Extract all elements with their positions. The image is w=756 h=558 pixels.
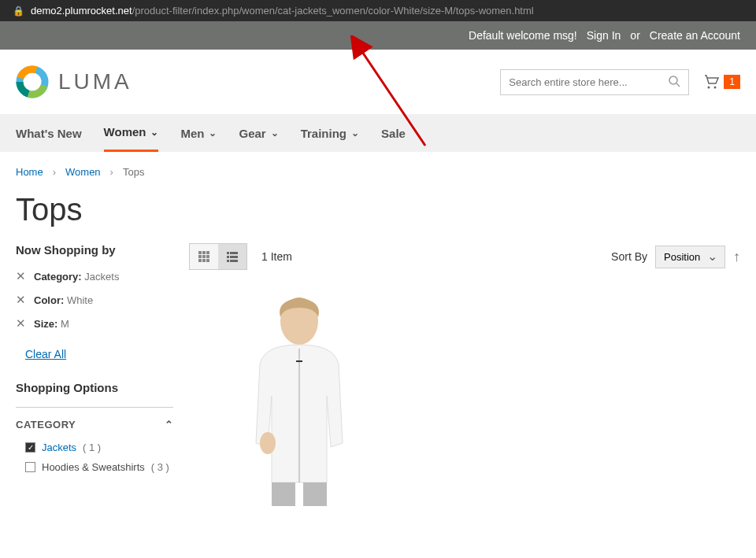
svg-point-4 (669, 76, 677, 84)
active-filter: ✕Size: M (16, 316, 173, 331)
list-view-button[interactable] (218, 244, 246, 269)
breadcrumb-separator: › (53, 166, 56, 178)
main-nav: What's NewWomen⌄Men⌄Gear⌄Training⌄Sale (0, 114, 756, 152)
checkbox-icon: ✓ (25, 442, 35, 453)
product-image (220, 286, 378, 506)
url-text: demo2.plumrocket.net/product-filter/inde… (31, 5, 534, 17)
breadcrumb-separator: › (110, 166, 113, 178)
top-banner: Default welcome msg! Sign In or Create a… (0, 21, 756, 50)
clear-all-link[interactable]: Clear All (25, 348, 66, 360)
main-content: 1 Item Sort By Position ↑ (189, 243, 740, 506)
chevron-down-icon: ⌄ (271, 127, 279, 139)
or-text: or (630, 29, 639, 42)
shopping-options-heading: Shopping Options (16, 381, 173, 394)
sort-direction-button[interactable]: ↑ (733, 249, 740, 265)
active-filter: ✕Color: White (16, 293, 173, 307)
active-filter: ✕Category: Jackets (16, 269, 173, 283)
breadcrumbs: Home›Women›Tops (0, 152, 756, 192)
svg-line-5 (676, 83, 680, 87)
svg-rect-27 (272, 482, 295, 506)
list-icon (226, 250, 239, 263)
search-input[interactable] (509, 76, 668, 88)
grid-icon (198, 250, 210, 263)
nav-item-sale[interactable]: Sale (381, 114, 406, 152)
nav-item-what-s-new[interactable]: What's New (16, 114, 82, 152)
category-filter-header[interactable]: CATEGORY ⌃ (16, 407, 173, 442)
svg-point-7 (714, 87, 717, 89)
now-shopping-heading: Now Shopping by (16, 243, 173, 257)
browser-url-bar: 🔒 demo2.plumrocket.net/product-filter/in… (0, 0, 756, 21)
toolbar: 1 Item Sort By Position ↑ (189, 243, 740, 270)
checkbox-icon (25, 462, 35, 472)
signin-link[interactable]: Sign In (587, 29, 621, 42)
logo[interactable]: LUMA (16, 65, 132, 98)
svg-rect-15 (202, 259, 206, 262)
cart-button[interactable]: 1 (702, 72, 740, 91)
page-title: Tops (0, 192, 756, 243)
svg-rect-18 (230, 252, 238, 254)
nav-item-men[interactable]: Men⌄ (180, 114, 217, 152)
sort-label: Sort By (611, 250, 647, 263)
cart-count: 1 (724, 75, 740, 89)
sidebar: Now Shopping by ✕Category: Jackets✕Color… (16, 243, 173, 506)
cart-icon (702, 72, 721, 91)
lock-icon: 🔒 (13, 6, 24, 17)
category-option[interactable]: ✓Jackets ( 1 ) (16, 442, 173, 453)
search-box[interactable] (500, 69, 689, 95)
remove-filter-icon[interactable]: ✕ (16, 293, 26, 307)
chevron-down-icon: ⌄ (150, 127, 158, 138)
item-count: 1 Item (261, 250, 292, 263)
nav-item-training[interactable]: Training⌄ (301, 114, 359, 152)
category-option[interactable]: Hoodies & Sweatshirts ( 3 ) (16, 461, 173, 473)
sort-select[interactable]: Position (655, 246, 725, 268)
nav-item-women[interactable]: Women⌄ (104, 114, 159, 152)
view-mode-switcher (189, 243, 247, 270)
logo-icon (16, 65, 49, 98)
svg-rect-19 (227, 256, 229, 258)
svg-point-29 (260, 432, 276, 454)
breadcrumb-home[interactable]: Home (16, 166, 43, 178)
remove-filter-icon[interactable]: ✕ (16, 269, 26, 283)
logo-text: LUMA (58, 69, 132, 94)
product-grid (189, 286, 740, 506)
svg-rect-8 (198, 251, 202, 254)
svg-rect-20 (230, 256, 238, 258)
svg-rect-13 (206, 255, 209, 258)
search-icon[interactable] (668, 75, 680, 90)
svg-rect-21 (227, 260, 229, 262)
chevron-up-icon: ⌃ (165, 419, 174, 431)
svg-rect-14 (198, 259, 202, 262)
svg-rect-22 (230, 260, 238, 262)
svg-rect-16 (206, 259, 209, 262)
grid-view-button[interactable] (190, 244, 218, 269)
svg-point-6 (708, 87, 710, 89)
svg-rect-10 (206, 251, 209, 254)
remove-filter-icon[interactable]: ✕ (16, 316, 26, 331)
breadcrumb-women[interactable]: Women (65, 166, 101, 178)
svg-rect-9 (202, 251, 206, 254)
svg-rect-12 (202, 255, 206, 258)
nav-item-gear[interactable]: Gear⌄ (239, 114, 278, 152)
svg-rect-28 (303, 482, 327, 506)
product-item[interactable] (220, 286, 378, 506)
chevron-down-icon: ⌄ (351, 127, 359, 139)
chevron-down-icon: ⌄ (209, 127, 217, 139)
svg-rect-26 (296, 360, 302, 362)
create-account-link[interactable]: Create an Account (650, 29, 740, 42)
breadcrumb-tops: Tops (123, 166, 144, 178)
welcome-message: Default welcome msg! (469, 29, 577, 42)
header: LUMA 1 (0, 50, 756, 114)
svg-rect-17 (227, 252, 229, 254)
svg-rect-11 (198, 255, 202, 258)
